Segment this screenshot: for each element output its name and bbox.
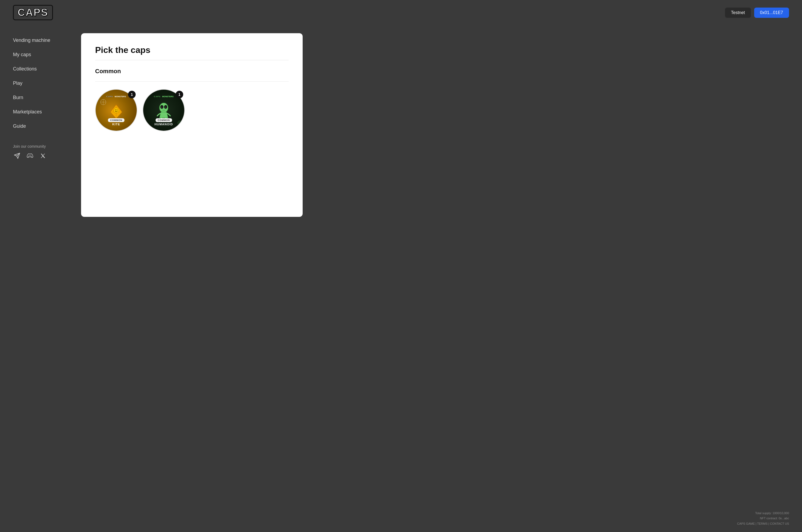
sidebar: Vending machine My caps Collections Play… (0, 25, 70, 532)
header-actions: Testnet 0x01...01E7 (725, 7, 789, 18)
svg-point-23 (178, 121, 182, 125)
cap-humanoid-name: HUMANOID (154, 122, 173, 126)
footer-line3: CAPS GAME | TERMS | CONTACT US (737, 521, 789, 527)
svg-point-8 (113, 108, 119, 113)
footer-line1: Total supply: 1000/10,000 (737, 511, 789, 516)
sidebar-item-my-caps[interactable]: My caps (13, 48, 70, 62)
svg-point-9 (115, 110, 116, 111)
main-layout: Vending machine My caps Collections Play… (0, 25, 802, 532)
header: CAPS Testnet 0x01...01E7 (0, 0, 802, 25)
cap-count-kite: 1 (128, 91, 136, 98)
svg-point-14 (161, 107, 163, 108)
sidebar-item-collections[interactable]: Collections (13, 62, 70, 76)
sidebar-item-play[interactable]: Play (13, 76, 70, 91)
logo: CAPS (13, 5, 53, 20)
community-label: Join our community (13, 144, 70, 149)
sidebar-item-burn[interactable]: Burn (13, 91, 70, 105)
social-icons-group (13, 152, 70, 160)
svg-point-1 (31, 155, 31, 156)
telegram-icon[interactable] (13, 152, 21, 160)
svg-point-0 (29, 155, 30, 156)
cap-kite-name: KITE (112, 122, 120, 126)
footer-info: Total supply: 1000/10,000 NFT contract: … (737, 511, 789, 527)
discord-icon[interactable] (26, 152, 34, 160)
cap-humanoid-label-area: COMMON HUMANOID (154, 118, 173, 126)
section-common-label: Common (95, 68, 288, 75)
twitter-icon[interactable] (39, 152, 47, 160)
sidebar-item-marketplaces[interactable]: Marketplaces (13, 105, 70, 119)
cap-kite-rarity: COMMON (108, 118, 125, 122)
cap-humanoid-rarity: COMMON (156, 118, 172, 122)
svg-point-15 (165, 107, 166, 108)
sidebar-item-vending-machine[interactable]: Vending machine (13, 33, 70, 48)
footer-line2: NFT contract: 0x...abc (737, 516, 789, 521)
caps-grid: 1 CAPS MONSTERS (95, 89, 288, 131)
cap-item-humanoid[interactable]: 1 CAPS MONSTERS (143, 89, 185, 131)
cap-item-kite[interactable]: 1 CAPS MONSTERS (95, 89, 137, 131)
svg-point-10 (117, 110, 117, 111)
community-section: Join our community (13, 144, 70, 160)
pick-caps-modal: Pick the caps Common 1 CAPS MONSTERS (81, 33, 303, 217)
sidebar-item-guide[interactable]: Guide (13, 119, 70, 133)
modal-title: Pick the caps (95, 45, 288, 55)
main-content: Pick the caps Common 1 CAPS MONSTERS (70, 25, 802, 532)
cap-kite-label-area: COMMON KITE (108, 118, 125, 126)
cap-count-humanoid: 1 (176, 91, 183, 98)
svg-point-24 (179, 122, 181, 124)
wallet-address-button[interactable]: 0x01...01E7 (754, 7, 789, 18)
network-button[interactable]: Testnet (725, 7, 751, 18)
